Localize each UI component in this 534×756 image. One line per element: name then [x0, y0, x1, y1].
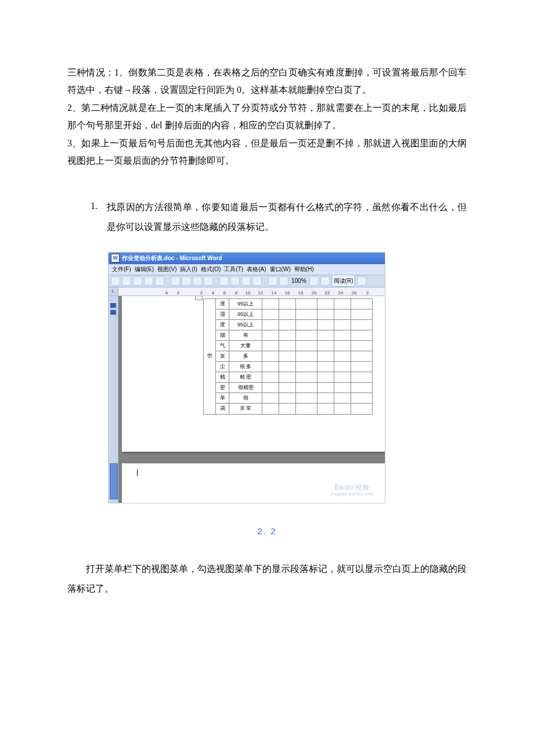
watermark-sub: jingyan.baidu.com — [331, 491, 373, 497]
table-cell — [334, 298, 351, 309]
table-cell: 灰 — [216, 351, 229, 362]
step-1: 1. 找原因的方法很简单，你要知道最后一页都有什么格式的字符，虽然你看不出什么，… — [67, 197, 467, 236]
step-2-link[interactable]: 2. 2 — [67, 523, 467, 540]
table-row: 烟有 — [204, 330, 373, 340]
intro-line-2: 2、第二种情况就是在上一页的末尾插入了分页符或分节符，那就需要在上一页的末尾，比… — [67, 99, 467, 135]
table-row: 密很精密 — [204, 383, 373, 393]
horizontal-ruler: L 4 2 2 4 6 8 10 12 14 16 18 20 22 24 26… — [109, 287, 385, 296]
table-cell: 非 常 — [229, 404, 262, 414]
table-cell: 度 — [216, 298, 229, 309]
step-1-number: 1. — [91, 197, 107, 236]
menu-insert[interactable]: 插入(I) — [180, 264, 197, 275]
table-cell: 有 — [229, 330, 262, 340]
toolbar-button[interactable] — [122, 276, 131, 286]
word-title: 作业变动分析表.doc - Microsoft Word — [122, 253, 222, 264]
toolbar-button[interactable] — [252, 276, 262, 286]
table-cell: 烟 — [216, 330, 229, 340]
menu-edit[interactable]: 编辑(E) — [135, 264, 154, 275]
text-cursor-icon — [137, 469, 138, 476]
vruler-mark — [110, 303, 116, 308]
table-cell: 调 — [216, 404, 229, 414]
toolbar-button[interactable] — [268, 276, 277, 286]
table-row: 单很 — [204, 393, 373, 404]
toolbar-button[interactable] — [171, 276, 180, 286]
toolbar-button[interactable] — [111, 276, 120, 286]
watermark: Baidu 经验 jingyan.baidu.com — [331, 484, 373, 497]
table-row: 精精 密 — [204, 372, 373, 383]
toolbar-button[interactable] — [309, 276, 319, 286]
table-row: 气大量 — [204, 340, 373, 351]
table-cell: 95以上 — [229, 319, 262, 330]
toolbar-separator — [166, 276, 169, 286]
table-row: 灰多 — [204, 351, 373, 362]
watermark-main: Baidu 经验 — [331, 484, 373, 491]
table-row: 劳度95以上 — [204, 298, 373, 309]
table-row: 度95以上 — [204, 319, 373, 330]
table-side-header: 劳 — [204, 298, 216, 414]
toolbar-separator — [264, 276, 266, 286]
word-screenshot: W 作业变动分析表.doc - Microsoft Word 文件(F) 编辑(… — [108, 252, 385, 503]
intro-line-3: 3、如果上一页最后句号后面也无其他内容，但是最后一页还是删不掉，那就进入视图里面… — [67, 135, 467, 170]
toolbar-button[interactable] — [144, 276, 153, 286]
menu-view[interactable]: 视图(V) — [157, 264, 176, 275]
table-row: 尘很 多 — [204, 362, 373, 372]
toolbar-button[interactable] — [133, 276, 142, 286]
word-menubar: 文件(F) 编辑(E) 视图(V) 插入(I) 格式(O) 工具(T) 表格(A… — [109, 264, 385, 275]
table-cell: 精 密 — [229, 372, 262, 383]
table-cell: 很 — [229, 393, 262, 404]
ruler-corner: L — [109, 287, 118, 296]
step-1-text: 找原因的方法很简单，你要知道最后一页都有什么格式的字符，虽然你看不出什么，但是你… — [107, 197, 467, 236]
intro-line-1: 三种情况：1、倒数第二页是表格，在表格之后的空白页确实有难度删掉，可设置将最后那… — [67, 64, 467, 99]
table-cell: 很精密 — [229, 383, 262, 393]
menu-tools[interactable]: 工具(T) — [224, 264, 243, 275]
table-cell — [279, 298, 296, 309]
toolbar-button[interactable] — [182, 276, 191, 286]
table-cell — [296, 298, 317, 309]
table-cell: 尘 — [216, 362, 229, 372]
toolbar-button[interactable] — [155, 276, 164, 286]
document-page-2: Baidu 经验 jingyan.baidu.com — [122, 463, 385, 503]
table-cell: 很 多 — [229, 362, 262, 372]
toolbar-button[interactable] — [279, 276, 288, 286]
vruler-mark — [110, 310, 116, 315]
toolbar-button[interactable] — [320, 276, 330, 286]
step-2-paragraph: 打开菜单栏下的视图菜单，勾选视图菜单下的显示段落标记，就可以显示空白页上的隐藏的… — [67, 559, 467, 598]
toolbar-button[interactable] — [193, 276, 202, 286]
table-cell: 大量 — [229, 340, 262, 351]
zoom-level[interactable]: 100% — [290, 275, 308, 286]
menu-window[interactable]: 窗口(W) — [270, 264, 291, 275]
table-cell: 气 — [216, 340, 229, 351]
table-cell — [351, 298, 373, 309]
menu-format[interactable]: 格式(O) — [201, 264, 221, 275]
table-cell: 多 — [229, 351, 262, 362]
word-app-icon: W — [111, 254, 120, 262]
toolbar-button[interactable] — [357, 276, 366, 286]
table-cell: 95以上 — [229, 298, 262, 309]
table-row: 湿95以上 — [204, 309, 373, 319]
toolbar-button[interactable] — [241, 276, 251, 286]
vertical-ruler — [109, 296, 118, 503]
table-cell — [317, 298, 334, 309]
table-cell — [262, 298, 279, 309]
toolbar-button[interactable] — [230, 276, 240, 286]
step-2-text: 打开菜单栏下的视图菜单，勾选视图菜单下的显示段落标记，就可以显示空白页上的隐藏的… — [67, 559, 467, 598]
toolbar-button[interactable] — [204, 276, 213, 286]
toolbar-button[interactable] — [219, 276, 229, 286]
inline-table: 劳度95以上 湿95以上 度95以上 烟有 气大量 灰多 尘很 多 精精 密 密… — [203, 298, 373, 415]
reading-mode-button[interactable]: 阅读(R) — [331, 275, 356, 287]
table-row: 调非 常 — [204, 404, 373, 414]
word-titlebar: W 作业变动分析表.doc - Microsoft Word — [109, 253, 385, 264]
table-cell: 精 — [216, 372, 229, 383]
table-cell: 密 — [216, 383, 229, 393]
menu-table[interactable]: 表格(A) — [247, 264, 266, 275]
intro-paragraphs: 三种情况：1、倒数第二页是表格，在表格之后的空白页确实有难度删掉，可设置将最后那… — [67, 64, 467, 170]
table-move-handle-icon[interactable] — [195, 296, 203, 300]
table-cell: 单 — [216, 393, 229, 404]
table-cell: 度 — [216, 319, 229, 330]
table-cell: 95以上 — [229, 309, 262, 319]
menu-help[interactable]: 帮助(H) — [294, 264, 314, 275]
word-toolbar: 100% 阅读(R) — [109, 275, 385, 287]
document-page-1: 劳度95以上 湿95以上 度95以上 烟有 气大量 灰多 尘很 多 精精 密 密… — [122, 296, 385, 452]
menu-file[interactable]: 文件(F) — [112, 264, 131, 275]
vertical-ruler-thumb[interactable] — [110, 463, 118, 499]
